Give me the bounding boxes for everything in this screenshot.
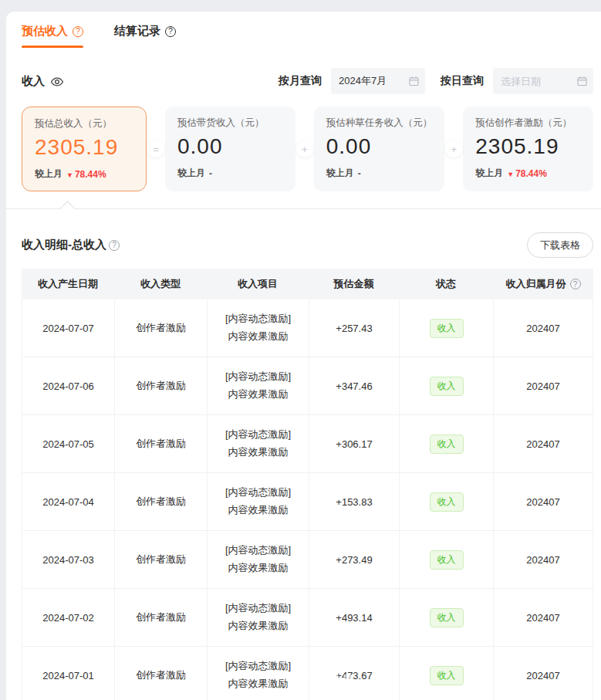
card-label: 预估总收入（元）	[35, 117, 133, 130]
card-label: 预估创作者激励（元）	[475, 117, 581, 130]
table-row: 2024-07-01创作者激励[内容动态激励]内容效果激励+473.67收入20…	[22, 647, 593, 700]
cell-month: 202407	[494, 473, 593, 530]
cell-date: 2024-07-02	[22, 589, 115, 646]
equals-icon: =	[147, 140, 164, 157]
calendar-icon	[577, 76, 587, 86]
tab-label: 结算记录	[114, 24, 160, 39]
cell-amount: +493.14	[309, 589, 400, 646]
card-compare: 较上月 78.44%	[475, 167, 581, 180]
delta-value: -	[209, 168, 212, 179]
detail-title: 收入明细-总收入	[22, 238, 120, 252]
compare-label: 较上月	[35, 167, 62, 181]
cell-month: 202407	[494, 647, 593, 700]
card-goods-income[interactable]: 预估带货收入（元） 0.00 较上月 -	[165, 107, 295, 191]
cell-type: 创作者激励	[115, 415, 208, 472]
status-badge: 收入	[430, 377, 464, 396]
help-icon[interactable]	[165, 26, 176, 37]
cell-project: [内容动态激励]内容效果激励	[208, 299, 309, 357]
cell-date: 2024-07-05	[22, 415, 115, 472]
cell-month: 202407	[494, 357, 593, 414]
cell-amount: +153.83	[309, 473, 400, 530]
compare-label: 较上月	[177, 167, 205, 180]
delta-value: 78.44%	[507, 168, 547, 179]
tab-estimated-income[interactable]: 预估收入	[22, 24, 83, 48]
cell-date: 2024-07-07	[22, 299, 115, 357]
cell-month: 202407	[494, 299, 593, 357]
detail-section-head: 收入明细-总收入 下载表格	[6, 209, 601, 269]
card-compare: 较上月 78.44%	[35, 167, 133, 181]
cell-date: 2024-07-04	[22, 473, 115, 530]
plus-icon: +	[445, 140, 462, 157]
delta-value: 78.44%	[66, 169, 106, 180]
day-query-label: 按日查询	[441, 74, 484, 88]
help-icon[interactable]	[73, 26, 83, 37]
operator: +	[295, 107, 314, 191]
cell-type: 创作者激励	[115, 299, 208, 357]
cell-date: 2024-07-03	[22, 531, 115, 588]
help-icon[interactable]	[570, 279, 581, 289]
cell-amount: +347.46	[309, 357, 400, 414]
cell-month: 202407	[494, 589, 593, 646]
divider	[6, 208, 601, 209]
cell-project: [内容动态激励]内容效果激励	[208, 589, 309, 646]
compare-label: 较上月	[326, 167, 354, 180]
cell-status: 收入	[400, 357, 494, 414]
tab-label: 预估收入	[22, 24, 68, 39]
day-picker	[493, 68, 593, 94]
cell-amount: +257.43	[309, 299, 400, 357]
income-table: 收入产生日期 收入类型 收入项目 预估金额 状态 收入归属月份 2024-07-…	[22, 269, 593, 700]
tab-settlement-records[interactable]: 结算记录	[114, 24, 176, 48]
status-badge: 收入	[430, 435, 464, 454]
col-income-type: 收入类型	[114, 269, 207, 299]
detail-title-text: 收入明细-总收入	[22, 238, 106, 252]
cell-type: 创作者激励	[115, 473, 208, 530]
col-income-project: 收入项目	[207, 269, 309, 299]
table-row: 2024-07-06创作者激励[内容动态激励]内容效果激励+347.46收入20…	[22, 357, 593, 415]
down-trend-icon	[66, 169, 75, 180]
card-compare: 较上月 -	[177, 167, 283, 180]
cell-project: [内容动态激励]内容效果激励	[208, 415, 309, 472]
table-row: 2024-07-02创作者激励[内容动态激励]内容效果激励+493.14收入20…	[22, 589, 593, 647]
toolbar: 收入 按月查询 按	[6, 48, 601, 94]
cell-amount: +273.49	[309, 531, 400, 588]
cell-status: 收入	[400, 299, 494, 357]
cell-status: 收入	[400, 473, 494, 530]
card-seeding-task-income[interactable]: 预估种草任务收入（元） 0.00 较上月 -	[314, 107, 445, 191]
cell-month: 202407	[494, 415, 593, 472]
cell-project: [内容动态激励]内容效果激励	[208, 531, 309, 588]
down-trend-icon	[507, 168, 515, 179]
card-value: 2305.19	[475, 134, 581, 159]
col-estimated-amount: 预估金额	[309, 269, 399, 299]
date-filters: 按月查询 按日查询	[279, 68, 593, 94]
cell-date: 2024-07-01	[22, 647, 115, 700]
cell-status: 收入	[400, 589, 494, 646]
income-section-label: 收入	[22, 74, 64, 89]
operator: +	[444, 107, 463, 191]
content-card: 预估收入 结算记录 收入 按月查询	[6, 12, 601, 700]
download-table-button[interactable]: 下载表格	[527, 232, 593, 258]
col-status: 状态	[399, 269, 493, 299]
calendar-icon	[409, 76, 419, 86]
cell-project: [内容动态激励]内容效果激励	[208, 473, 309, 530]
col-income-date: 收入产生日期	[22, 269, 114, 299]
card-creator-incentive[interactable]: 预估创作者激励（元） 2305.19 较上月 78.44%	[463, 107, 593, 191]
status-badge: 收入	[430, 550, 464, 570]
cell-project: [内容动态激励]内容效果激励	[208, 357, 309, 414]
status-badge: 收入	[430, 666, 464, 685]
card-value: 0.00	[326, 134, 433, 159]
card-total-income[interactable]: 预估总收入（元） 2305.19 较上月 78.44%	[22, 107, 147, 191]
status-badge: 收入	[430, 319, 464, 338]
cell-month: 202407	[494, 531, 593, 588]
col-income-month-label: 收入归属月份	[506, 277, 566, 291]
table-body: 2024-07-07创作者激励[内容动态激励]内容效果激励+257.43收入20…	[22, 299, 593, 700]
cell-amount: +306.17	[309, 415, 400, 472]
card-compare: 较上月 -	[326, 167, 433, 180]
eye-icon[interactable]	[50, 76, 64, 87]
col-income-month: 收入归属月份	[493, 269, 593, 299]
compare-label: 较上月	[475, 167, 503, 180]
stat-cards: 预估总收入（元） 2305.19 较上月 78.44% = 预估带货收入（元） …	[6, 94, 601, 191]
help-icon[interactable]	[109, 240, 120, 251]
card-value: 0.00	[177, 134, 283, 159]
status-badge: 收入	[430, 608, 464, 627]
cell-type: 创作者激励	[115, 589, 208, 646]
